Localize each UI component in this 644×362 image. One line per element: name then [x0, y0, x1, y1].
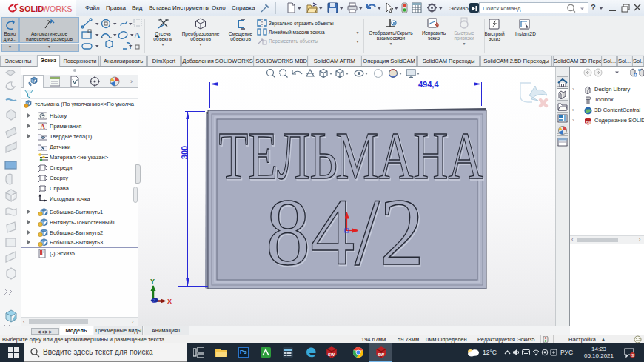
svg-text:300: 300 [180, 146, 189, 159]
svg-text:A: A [134, 30, 141, 41]
svg-text:SW: SW [586, 121, 591, 125]
svg-text:SOLID: SOLID [19, 4, 44, 13]
svg-text:A: A [41, 123, 46, 130]
svg-text:SW: SW [378, 352, 385, 357]
svg-text:Z: Z [152, 298, 156, 304]
svg-text:494,4: 494,4 [418, 80, 439, 89]
svg-text:WORKS: WORKS [42, 4, 73, 13]
svg-text:SW: SW [328, 352, 335, 357]
svg-text:Y: Y [150, 278, 155, 285]
svg-text:X: X [167, 298, 172, 305]
